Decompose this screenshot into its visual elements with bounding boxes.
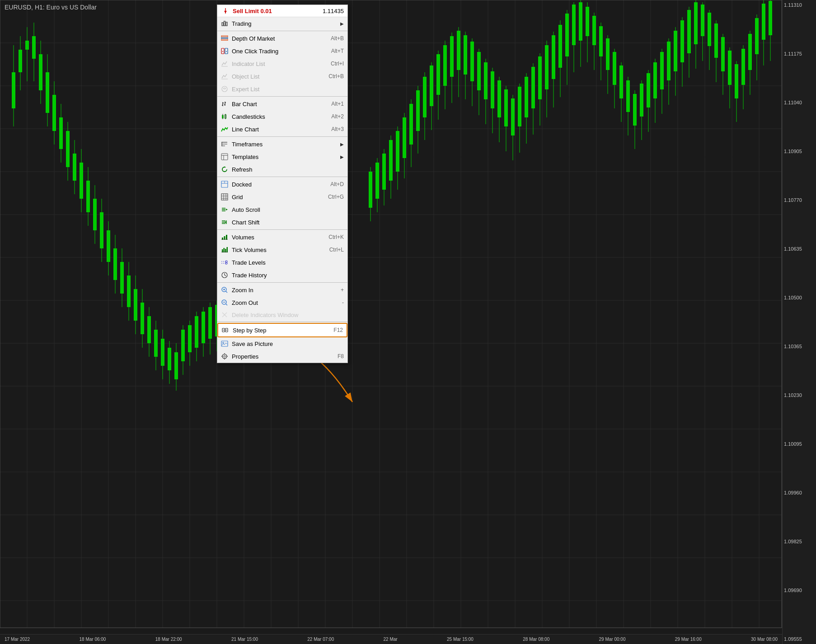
zoom-out-shortcut: - [342,299,344,306]
chart-shift-icon [220,218,229,227]
bar-chart-item[interactable]: Bar Chart Alt+1 [217,98,347,110]
price-label: 1.10905 [784,149,815,154]
timeframes-label: Timeframes [232,141,338,148]
delete-indicators-item[interactable]: Delete Indicators Window [217,309,347,321]
trade-history-item[interactable]: Trade History [217,269,347,281]
dom-label: Depth Of Market [232,35,326,42]
save-as-picture-item[interactable]: Save as Picture [217,337,347,350]
trade-history-label: Trade History [232,272,344,279]
price-label: 1.10230 [784,392,815,398]
svg-line-71 [226,304,228,306]
time-label: 28 Mar 08:00 [523,637,549,642]
expert-list-label: Expert List [232,86,344,93]
grid-icon [220,192,229,201]
bar-chart-shortcut: Alt+1 [331,101,344,107]
time-label: 29 Mar 16:00 [675,637,702,642]
templates-item[interactable]: Templates ▶ [217,150,347,163]
sell-limit-price: 1.11435 [323,8,344,14]
volumes-label: Volumes [232,234,324,241]
zoom-in-item[interactable]: Zoom In + [217,284,347,296]
tick-volumes-item[interactable]: Tick Volumes Ctrl+L [217,243,347,256]
svg-marker-1 [224,11,227,13]
chart-area: EURUSD, H1: Euro vs US Dollar 1.11310 1.… [0,0,816,644]
separator [217,322,347,322]
trading-item[interactable]: Trading ▶ [217,17,347,30]
refresh-item[interactable]: Refresh [217,163,347,176]
grid-item[interactable]: Grid Ctrl+G [217,191,347,203]
svg-rect-4 [226,22,227,26]
time-label: 22 Mar [384,637,398,642]
submenu-arrow-icon: ▶ [340,142,344,147]
separator [217,229,347,230]
expert-icon [220,84,229,93]
time-label: 18 Mar 22:00 [155,637,182,642]
trade-levels-item[interactable]: Trade Levels [217,256,347,269]
svg-rect-29 [221,154,228,160]
candlesticks-label: Candlesticks [232,113,327,120]
tick-volumes-icon [220,245,229,254]
chart-shift-item[interactable]: Chart Shift [217,216,347,229]
grid-label: Grid [232,194,324,201]
price-label: 1.09555 [784,636,815,642]
candlesticks-item[interactable]: Candlesticks Alt+2 [217,110,347,123]
price-label: 1.10770 [784,197,815,203]
indicator-list-label: Indicator List [232,61,326,67]
separator [217,96,347,97]
step-by-step-item[interactable]: Step by Step F12 [217,323,347,337]
submenu-arrow-icon: ▶ [340,21,344,26]
trade-levels-icon [220,258,229,267]
price-label: 1.10635 [784,246,815,252]
auto-scroll-item[interactable]: Auto Scroll [217,203,347,216]
volumes-item[interactable]: Volumes Ctrl+K [217,231,347,243]
svg-rect-52 [226,235,227,240]
templates-label: Templates [232,154,338,160]
save-picture-icon [220,339,229,348]
depth-of-market-item[interactable]: Depth Of Market Alt+B [217,32,347,45]
line-chart-item[interactable]: Line Chart Alt+3 [217,123,347,135]
zoom-out-label: Zoom Out [232,299,338,306]
docked-item[interactable]: Docked Alt+D [217,178,347,191]
sell-limit-item[interactable]: Sell Limit 0.01 1.11435 [217,5,347,17]
price-label: 1.09960 [784,490,815,495]
delete-icon [220,310,229,319]
tick-volumes-label: Tick Volumes [232,247,325,253]
price-label: 1.11175 [784,51,815,56]
step-by-step-icon [221,326,230,335]
tick-volumes-shortcut: Ctrl+L [329,247,344,253]
zoom-in-icon [220,285,229,294]
price-axis: 1.11310 1.11175 1.11040 1.10905 1.10770 … [782,0,816,644]
indicator-list-item[interactable]: Indicator List Ctrl+I [217,57,347,70]
line-chart-icon [220,125,229,134]
separator [217,31,347,31]
indicator-list-shortcut: Ctrl+I [331,61,344,67]
sell-limit-icon [221,6,230,15]
docked-icon [220,180,229,189]
volumes-shortcut: Ctrl+K [328,234,344,240]
separator [217,177,347,177]
dom-shortcut: Alt+B [331,35,344,42]
zoom-out-item[interactable]: Zoom Out - [217,296,347,309]
one-click-icon [220,47,229,56]
svg-point-82 [224,355,225,357]
properties-item[interactable]: Properties F8 [217,350,347,363]
timeframes-item[interactable]: Timeframes ▶ [217,138,347,150]
svg-rect-5 [221,36,228,37]
properties-shortcut: F8 [338,353,344,359]
trade-history-icon [220,271,229,280]
context-menu: Sell Limit 0.01 1.11435 Trading ▶ Depth … [217,5,348,363]
object-list-item[interactable]: Object List Ctrl+B [217,70,347,83]
one-click-label: One Click Trading [232,48,327,55]
refresh-icon [220,165,229,174]
refresh-label: Refresh [232,166,344,173]
svg-point-81 [222,354,227,359]
candlesticks-shortcut: Alt+2 [331,113,344,120]
docked-shortcut: Alt+D [330,181,344,187]
one-click-trading-item[interactable]: One Click Trading Alt+T [217,45,347,57]
svg-rect-7 [221,39,228,41]
svg-point-80 [223,342,224,344]
auto-scroll-label: Auto Scroll [232,206,344,213]
expert-list-item[interactable]: Expert List [217,83,347,95]
object-list-shortcut: Ctrl+B [328,73,344,79]
chart-title: EURUSD, H1: Euro vs US Dollar [5,4,97,11]
svg-rect-57 [227,247,228,252]
